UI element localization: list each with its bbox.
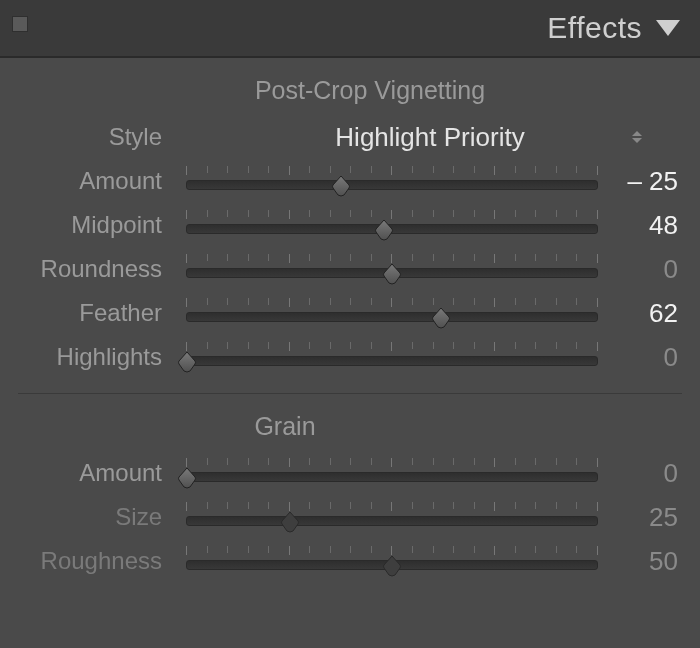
slider-thumb[interactable] <box>374 219 394 241</box>
style-label: Style <box>18 123 178 151</box>
slider-feather[interactable] <box>186 296 598 330</box>
grain-roughness-row: Roughness50 <box>18 539 682 583</box>
slider-track[interactable] <box>186 356 598 366</box>
slider-track[interactable] <box>186 224 598 234</box>
slider-value[interactable]: 0 <box>606 254 682 285</box>
effects-panel-header[interactable]: Effects <box>0 0 700 58</box>
vignette-roundness-row: Roundness0 <box>18 247 682 291</box>
vignette-midpoint-row: Midpoint48 <box>18 203 682 247</box>
style-dropdown-value: Highlight Priority <box>335 122 524 152</box>
vignette-highlights-row: Highlights0 <box>18 335 682 379</box>
grain-size-row: Size25 <box>18 495 682 539</box>
slider-value[interactable]: – 25 <box>606 166 682 197</box>
slider-thumb[interactable] <box>177 351 197 373</box>
vignette-section: Post-Crop Vignetting Style Highlight Pri… <box>18 58 682 394</box>
slider-label: Highlights <box>18 343 178 371</box>
slider-track[interactable] <box>186 472 598 482</box>
slider-value[interactable]: 50 <box>606 546 682 577</box>
collapse-triangle-icon[interactable] <box>656 20 680 36</box>
slider-label: Roundness <box>18 255 178 283</box>
stepper-icon[interactable] <box>632 131 642 143</box>
vignette-style-row: Style Highlight Priority <box>18 115 682 159</box>
slider-thumb[interactable] <box>331 175 351 197</box>
slider-label: Midpoint <box>18 211 178 239</box>
slider-amount[interactable] <box>186 164 598 198</box>
panel-title: Effects <box>547 11 642 45</box>
grain-section-title: Grain <box>0 412 682 441</box>
slider-label: Roughness <box>18 547 178 575</box>
vignette-section-title: Post-Crop Vignetting <box>58 76 682 105</box>
vignette-amount-row: Amount– 25 <box>18 159 682 203</box>
vignette-feather-row: Feather62 <box>18 291 682 335</box>
effects-panel-body: Post-Crop Vignetting Style Highlight Pri… <box>0 58 700 597</box>
slider-track[interactable] <box>186 268 598 278</box>
slider-label: Amount <box>18 167 178 195</box>
slider-value[interactable]: 25 <box>606 502 682 533</box>
slider-value[interactable]: 48 <box>606 210 682 241</box>
slider-amount[interactable] <box>186 456 598 490</box>
slider-thumb[interactable] <box>431 307 451 329</box>
slider-label: Size <box>18 503 178 531</box>
slider-size[interactable] <box>186 500 598 534</box>
grain-amount-row: Amount0 <box>18 451 682 495</box>
slider-value[interactable]: 0 <box>606 342 682 373</box>
slider-midpoint[interactable] <box>186 208 598 242</box>
style-dropdown[interactable]: Highlight Priority <box>178 122 682 153</box>
slider-track[interactable] <box>186 180 598 190</box>
slider-track[interactable] <box>186 312 598 322</box>
slider-value[interactable]: 62 <box>606 298 682 329</box>
slider-thumb[interactable] <box>280 511 300 533</box>
slider-highlights[interactable] <box>186 340 598 374</box>
slider-roundness[interactable] <box>186 252 598 286</box>
slider-label: Feather <box>18 299 178 327</box>
slider-thumb[interactable] <box>177 467 197 489</box>
slider-label: Amount <box>18 459 178 487</box>
slider-track[interactable] <box>186 560 598 570</box>
slider-roughness[interactable] <box>186 544 598 578</box>
slider-thumb[interactable] <box>382 263 402 285</box>
grain-section: Grain Amount0Size25Roughness50 <box>18 394 682 597</box>
slider-thumb[interactable] <box>382 555 402 577</box>
slider-track[interactable] <box>186 516 598 526</box>
slider-value[interactable]: 0 <box>606 458 682 489</box>
